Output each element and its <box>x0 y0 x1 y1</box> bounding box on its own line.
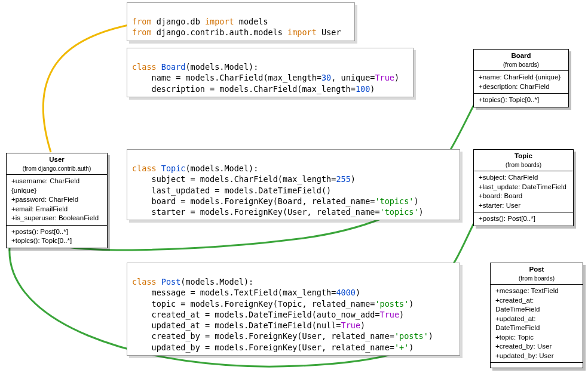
code-line: description = models.CharField(max_lengt… <box>132 84 375 94</box>
uml-attr: +password: CharField <box>11 195 102 205</box>
uml-attr: +created_by: User <box>495 342 578 352</box>
code-line: topic = models.ForeignKey(Topic, related… <box>132 299 414 309</box>
uml-attr: +board: Board <box>479 192 568 201</box>
code-line: created_at = models.DateTimeField(auto_n… <box>132 310 404 319</box>
uml-board: Board (from boards) +name: CharField {un… <box>473 49 569 107</box>
uml-attr: +topic: Topic <box>495 333 578 343</box>
uml-attr: +is_superuser: BooleanField <box>11 214 102 223</box>
code-line: last_updated = models.DateTimeField() <box>132 186 331 195</box>
code-line: from django.db import models <box>132 17 268 26</box>
uml-attr: +subject: CharField <box>479 173 568 183</box>
uml-op: +posts(): Post[0..*] <box>11 227 102 237</box>
uml-from: (from boards) <box>479 61 564 69</box>
uml-from: (from django.contrib.auth) <box>11 165 102 173</box>
uml-title: Board <box>479 51 564 61</box>
code-imports: from django.db import models from django… <box>127 2 355 41</box>
code-line: class Board(models.Model): <box>132 62 258 72</box>
uml-op: +posts(): Post[0..*] <box>479 214 568 224</box>
uml-attr: +message: TextField <box>495 286 578 296</box>
uml-attr: +updated_by: User <box>495 352 578 361</box>
uml-attr: +description: CharField <box>479 82 564 92</box>
code-line: message = models.TextField(max_length=40… <box>132 288 360 297</box>
uml-attr: +email: EmailField <box>11 205 102 214</box>
uml-title: Post <box>495 265 578 275</box>
uml-title: Topic <box>479 152 568 161</box>
code-line: class Post(models.Model): <box>132 277 253 286</box>
uml-title: User <box>11 155 102 165</box>
uml-attr: +starter: User <box>479 201 568 211</box>
code-line: updated_by = models.ForeignKey(User, rel… <box>132 343 414 352</box>
code-topic: class Topic(models.Model): subject = mod… <box>127 149 460 220</box>
uml-attr: +last_update: DateTimeField <box>479 183 568 192</box>
code-line: updated_at = models.DateTimeField(null=T… <box>132 320 365 330</box>
code-line: starter = models.ForeignKey(User, relate… <box>132 207 424 217</box>
uml-attr: +updated_at: DateTimeField <box>495 315 578 333</box>
code-line: subject = models.CharField(max_length=25… <box>132 174 356 184</box>
uml-topic: Topic (from boards) +subject: CharField … <box>473 149 574 226</box>
code-board: class Board(models.Model): name = models… <box>127 48 414 97</box>
uml-post: Post (from boards) +message: TextField +… <box>490 263 583 368</box>
code-post: class Post(models.Model): message = mode… <box>127 263 460 356</box>
code-line: name = models.CharField(max_length=30, u… <box>132 73 399 82</box>
code-line: created_by = models.ForeignKey(User, rel… <box>132 331 433 341</box>
uml-attr: +created_at: DateTimeField <box>495 296 578 315</box>
uml-from: (from boards) <box>495 275 578 283</box>
code-line: from django.contrib.auth.models import U… <box>132 27 341 37</box>
uml-attr: +name: CharField {unique} <box>479 73 564 82</box>
uml-op: +topics(): Topic[0..*] <box>11 236 102 246</box>
code-line: class Topic(models.Model): <box>132 164 258 173</box>
uml-op: +topics(): Topic[0..*] <box>479 95 564 105</box>
uml-attr: +username: CharField {unique} <box>11 177 102 195</box>
uml-from: (from boards) <box>479 161 568 169</box>
uml-user: User (from django.contrib.auth) +usernam… <box>6 153 108 248</box>
code-line: board = models.ForeignKey(Board, related… <box>132 196 419 206</box>
